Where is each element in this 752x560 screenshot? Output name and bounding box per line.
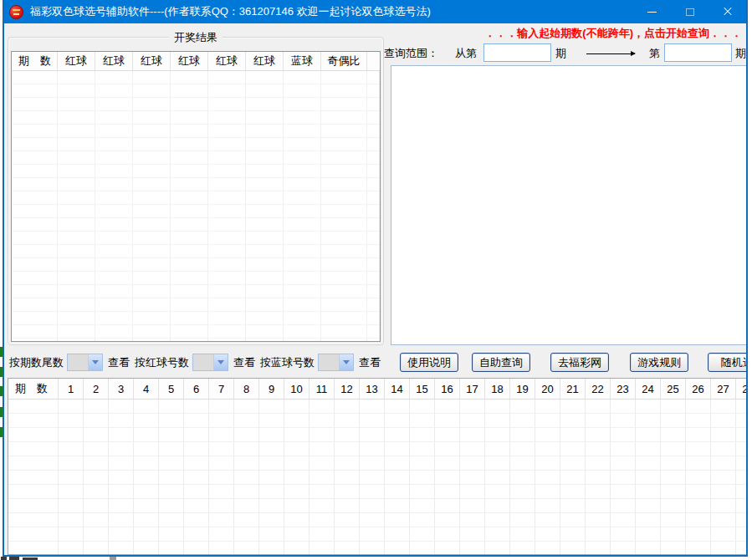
results-cell: [321, 98, 367, 111]
grid-cell: [159, 485, 184, 499]
grid-column-header-24[interactable]: 24: [636, 379, 661, 399]
grid-column-header-28[interactable]: 28: [736, 379, 746, 399]
grid-cell: [611, 527, 636, 542]
grid-column-header-0[interactable]: 期 数: [8, 379, 59, 399]
results-cell: [12, 325, 58, 339]
grid-column-header-10[interactable]: 10: [284, 379, 309, 399]
results-cell: [246, 84, 284, 98]
grid-cell: [711, 456, 736, 471]
blue-ball-select[interactable]: [318, 354, 354, 371]
results-cell: [58, 138, 95, 151]
grid-cell: [59, 442, 84, 456]
blue-ball-dropdown-button[interactable]: [339, 354, 353, 370]
grid-column-header-21[interactable]: 21: [560, 379, 586, 399]
grid-column-header-5[interactable]: 5: [159, 379, 184, 399]
results-row: [12, 178, 380, 191]
results-cell: [246, 125, 284, 138]
results-column-header-0[interactable]: 期 数: [12, 52, 58, 70]
grid-cell: [535, 428, 560, 442]
results-cell: [321, 258, 367, 272]
grid-cell: [8, 456, 59, 471]
grid-column-header-9[interactable]: 9: [259, 379, 284, 399]
results-cell: [12, 178, 58, 191]
grid-column-header-8[interactable]: 8: [234, 379, 259, 399]
grid-cell: [159, 513, 184, 527]
results-cell: [58, 285, 95, 298]
results-cell: [12, 312, 58, 325]
results-cell: [246, 325, 284, 339]
minimize-button[interactable]: [633, 0, 671, 23]
grid-column-header-18[interactable]: 18: [485, 379, 510, 399]
grid-column-header-3[interactable]: 3: [109, 379, 134, 399]
results-column-header-6[interactable]: 红球: [246, 52, 284, 70]
grid-column-header-14[interactable]: 14: [385, 379, 410, 399]
grid-cell: [661, 428, 686, 442]
grid-column-header-22[interactable]: 22: [586, 379, 611, 399]
grid-column-header-26[interactable]: 26: [686, 379, 711, 399]
close-button[interactable]: [709, 0, 746, 23]
grid-column-header-27[interactable]: 27: [711, 379, 736, 399]
results-cell: [284, 138, 321, 151]
results-cell: [171, 191, 208, 205]
grid-cell: [8, 471, 59, 485]
results-column-header-7[interactable]: 蓝球: [284, 52, 321, 70]
grid-column-header-23[interactable]: 23: [611, 379, 636, 399]
grid-cell: [84, 400, 109, 414]
results-cell: [321, 325, 367, 339]
draw-results-group-title: 开奖结果: [169, 30, 223, 45]
to-period-input[interactable]: [664, 43, 732, 62]
grid-cell: [8, 442, 59, 456]
period-tail-select[interactable]: [67, 354, 103, 371]
from-period-input[interactable]: [483, 43, 551, 62]
grid-column-header-7[interactable]: 7: [209, 379, 234, 399]
results-column-header-5[interactable]: 红球: [208, 52, 246, 70]
results-column-header-3[interactable]: 红球: [133, 52, 171, 70]
maximize-button[interactable]: [671, 0, 709, 23]
app-window: 福彩双色球选号辅助软件----(作者联系QQ：361207146 欢迎一起讨论双…: [3, 0, 748, 557]
red-ball-dropdown-button[interactable]: [213, 354, 228, 370]
grid-column-header-1[interactable]: 1: [59, 379, 84, 399]
grid-column-header-15[interactable]: 15: [410, 379, 435, 399]
results-row: [12, 245, 380, 258]
results-cell: [321, 339, 367, 342]
results-column-header-8[interactable]: 奇偶比: [321, 52, 367, 70]
grid-column-header-20[interactable]: 20: [535, 379, 560, 399]
grid-column-header-25[interactable]: 25: [661, 379, 686, 399]
grid-cell: [435, 456, 460, 471]
period-tail-dropdown-button[interactable]: [88, 354, 102, 370]
grid-column-header-6[interactable]: 6: [184, 379, 209, 399]
results-column-header-2[interactable]: 红球: [95, 52, 133, 70]
self-service-query-button[interactable]: 自助查询: [472, 353, 530, 372]
results-cell: [208, 325, 246, 339]
red-ball-select[interactable]: [192, 354, 228, 371]
grid-cell: [460, 499, 485, 513]
red-ball-label: 按红球号数: [135, 355, 189, 370]
grid-column-header-12[interactable]: 12: [335, 379, 360, 399]
usage-help-button[interactable]: 使用说明: [400, 353, 458, 372]
grid-column-header-19[interactable]: 19: [510, 379, 535, 399]
go-lottery-site-button[interactable]: 去福彩网: [550, 353, 609, 372]
grid-column-header-17[interactable]: 17: [460, 379, 485, 399]
results-column-header-1[interactable]: 红球: [58, 52, 95, 70]
grid-column-header-13[interactable]: 13: [360, 379, 385, 399]
grid-cell: [360, 542, 385, 555]
results-cell: [367, 298, 380, 312]
grid-column-header-4[interactable]: 4: [134, 379, 159, 399]
random-pick-button[interactable]: 随机选: [708, 353, 746, 372]
results-cell: [12, 138, 58, 151]
grid-cell: [460, 471, 485, 485]
results-column-header-4[interactable]: 红球: [171, 52, 208, 70]
grid-row: [8, 542, 746, 555]
grid-cell: [360, 428, 385, 442]
game-rules-button[interactable]: 游戏规则: [630, 353, 688, 372]
grid-cell: [335, 442, 360, 456]
grid-column-header-11[interactable]: 11: [309, 379, 335, 399]
grid-column-header-16[interactable]: 16: [435, 379, 460, 399]
results-cell: [171, 258, 208, 272]
grid-cell: [510, 513, 535, 527]
grid-column-header-2[interactable]: 2: [84, 379, 109, 399]
results-cell: [58, 98, 95, 111]
grid-cell: [535, 499, 560, 513]
grid-cell: [309, 456, 335, 471]
red-ball-selected-value: [193, 354, 213, 370]
